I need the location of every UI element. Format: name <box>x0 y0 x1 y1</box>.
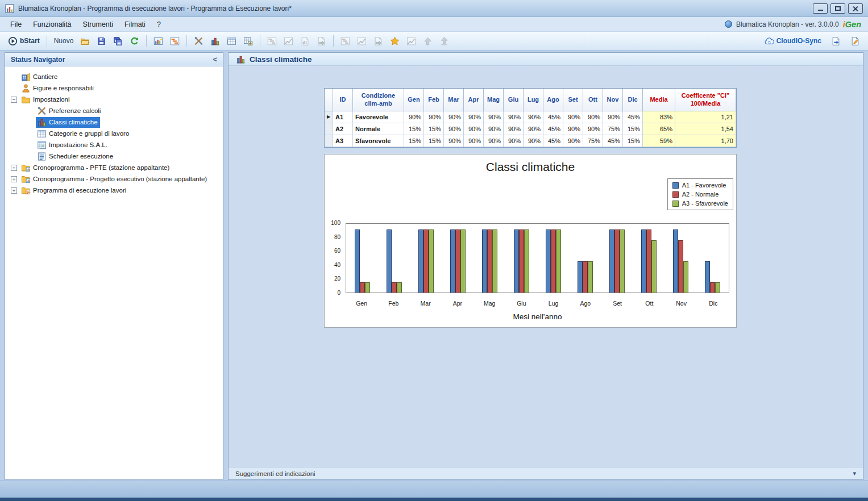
collapse-sidebar-button[interactable]: < <box>213 55 217 64</box>
col-header-coefficente-ci[interactable]: Coefficente "Ci" 100/Media <box>675 89 736 111</box>
tree-item-impostazioni[interactable]: −Impostazioni <box>5 94 223 105</box>
nuovo-button[interactable]: Nuovo <box>51 35 77 47</box>
export-exec-button[interactable] <box>371 34 386 48</box>
col-header-media[interactable]: Media <box>643 89 675 111</box>
save-all-button[interactable] <box>110 34 126 48</box>
tree-item-cronoprogramma-progetto-esecutivo-stazione-appaltante[interactable]: +Cronoprogramma - Progetto esecutivo (st… <box>5 173 223 185</box>
report-pfte-button[interactable] <box>297 34 313 48</box>
col-header-id[interactable]: ID <box>333 89 353 111</box>
cell-a3-apr[interactable]: 90% <box>464 135 484 147</box>
sal-settings-button[interactable] <box>240 34 256 48</box>
col-header-dic[interactable]: Dic <box>623 89 643 111</box>
menu-item-file[interactable]: File <box>5 19 27 30</box>
col-header-mar[interactable]: Mar <box>444 89 464 111</box>
cell-a1-nov[interactable]: 90% <box>603 111 623 123</box>
cell-a1-lug[interactable]: 90% <box>524 111 543 123</box>
cell-a3-dic[interactable]: 15% <box>623 135 643 147</box>
cell-a2-apr[interactable]: 90% <box>464 123 484 135</box>
bstart-button[interactable]: bStart <box>5 34 43 48</box>
minimize-button[interactable] <box>813 3 828 14</box>
expand-toggle-icon[interactable]: + <box>10 176 20 182</box>
cell-a1-dic[interactable]: 45% <box>623 111 643 123</box>
tree-item-cantiere[interactable]: Cantiere <box>5 71 223 82</box>
gantt-pfte-button[interactable] <box>264 34 280 48</box>
col-header-set[interactable]: Set <box>563 89 583 111</box>
cell-a2-giu[interactable]: 90% <box>504 123 524 135</box>
col-header-ago[interactable]: Ago <box>543 89 563 111</box>
cell-a1-condition[interactable]: Favorevole <box>353 111 404 123</box>
col-header-nov[interactable]: Nov <box>603 89 623 111</box>
menu-item-[interactable]: ? <box>151 19 167 30</box>
cell-a1-gen[interactable]: 90% <box>404 111 424 123</box>
cell-a1-mag[interactable]: 90% <box>484 111 504 123</box>
cell-a3-giu[interactable]: 90% <box>504 135 524 147</box>
col-header-mag[interactable]: Mag <box>484 89 504 111</box>
cell-a2-dic[interactable]: 15% <box>623 123 643 135</box>
page-go-button[interactable] <box>828 34 844 48</box>
cell-a2-nov[interactable]: 75% <box>603 123 623 135</box>
chevron-down-icon[interactable]: ▾ <box>853 470 856 477</box>
open-project-button[interactable] <box>77 34 93 48</box>
upload-button[interactable] <box>420 34 435 48</box>
cell-a1-set[interactable]: 90% <box>563 111 583 123</box>
cell-a1-giu[interactable]: 90% <box>504 111 524 123</box>
chart-exec-button[interactable] <box>354 34 369 48</box>
publish-button[interactable] <box>437 34 452 48</box>
cell-a1-apr[interactable]: 90% <box>464 111 484 123</box>
col-header-condizione[interactable]: Condizione clim-amb <box>353 89 404 111</box>
col-header-giu[interactable]: Giu <box>504 89 524 111</box>
collapse-toggle-icon[interactable]: − <box>10 97 20 103</box>
cell-a2-set[interactable]: 90% <box>563 123 583 135</box>
tree-item-classi-climatiche[interactable]: Classi climatiche <box>5 116 223 128</box>
resources-button[interactable] <box>387 34 402 48</box>
expand-toggle-icon[interactable]: + <box>10 165 20 171</box>
tree-item-figure-e-responsabili[interactable]: Figure e responsabili <box>5 82 223 94</box>
cell-a2-mag[interactable]: 90% <box>484 123 504 135</box>
cell-a2-ago[interactable]: 45% <box>543 123 563 135</box>
climate-classes-button[interactable] <box>207 34 223 48</box>
cell-a2-feb[interactable]: 15% <box>424 123 444 135</box>
cell-a3-condition[interactable]: Sfavorevole <box>353 135 404 147</box>
cell-a3-mag[interactable]: 90% <box>484 135 504 147</box>
cell-a3-ott[interactable]: 75% <box>583 135 603 147</box>
cell-a1-feb[interactable]: 90% <box>424 111 444 123</box>
maximize-button[interactable] <box>830 3 845 14</box>
cell-a3-set[interactable]: 90% <box>563 135 583 147</box>
cell-a3-lug[interactable]: 90% <box>524 135 543 147</box>
tree-item-scheduler-esecuzione[interactable]: Scheduler esecuzione <box>5 151 223 162</box>
cell-a3-nov[interactable]: 45% <box>603 135 623 147</box>
work-categories-button[interactable] <box>224 34 239 48</box>
cell-a2-lug[interactable]: 90% <box>524 123 543 135</box>
expand-toggle-icon[interactable]: + <box>10 187 20 194</box>
cloud-sync-button[interactable]: CloudIO-Sync <box>762 34 824 48</box>
tree-item-categorie-e-gruppi-di-lavoro[interactable]: Categorie e gruppi di lavoro <box>5 128 223 139</box>
cell-a1-ago[interactable]: 45% <box>543 111 563 123</box>
close-button[interactable] <box>848 3 863 14</box>
save-button[interactable] <box>94 34 109 48</box>
refresh-button[interactable] <box>127 34 142 48</box>
col-header-ott[interactable]: Ott <box>583 89 603 111</box>
menu-item-funzionalit[interactable]: Funzionalità <box>27 19 77 30</box>
export-pfte-button[interactable] <box>314 34 329 48</box>
cell-a1-mar[interactable]: 90% <box>444 111 464 123</box>
cell-a2-gen[interactable]: 15% <box>404 123 424 135</box>
chart-image-button[interactable] <box>151 34 166 48</box>
col-header-gen[interactable]: Gen <box>404 89 424 111</box>
col-header-lug[interactable]: Lug <box>524 89 543 111</box>
col-header-apr[interactable]: Apr <box>464 89 484 111</box>
tree-item-cronoprogramma-pfte-stazione-appaltante[interactable]: +Cronoprogramma - PFTE (stazione appalta… <box>5 162 223 173</box>
cell-a3-gen[interactable]: 15% <box>404 135 424 147</box>
gantt-exec-button[interactable] <box>338 34 353 48</box>
chart-pfte-button[interactable] <box>281 34 296 48</box>
cell-a1-id[interactable]: A1 <box>333 111 353 123</box>
row-indicator-header[interactable] <box>325 89 333 111</box>
tree-item-impostazione-s-a-l[interactable]: Impostazione S.A.L. <box>5 139 223 151</box>
cell-a2-mar[interactable]: 90% <box>444 123 464 135</box>
cell-a2-condition[interactable]: Normale <box>353 123 404 135</box>
cell-a2-ott[interactable]: 90% <box>583 123 603 135</box>
menu-item-strumenti[interactable]: Strumenti <box>77 19 119 30</box>
calc-preferences-button[interactable] <box>191 34 206 48</box>
cell-a1-ott[interactable]: 90% <box>583 111 603 123</box>
cell-a3-feb[interactable]: 15% <box>424 135 444 147</box>
menu-item-filmati[interactable]: Filmati <box>119 19 151 30</box>
